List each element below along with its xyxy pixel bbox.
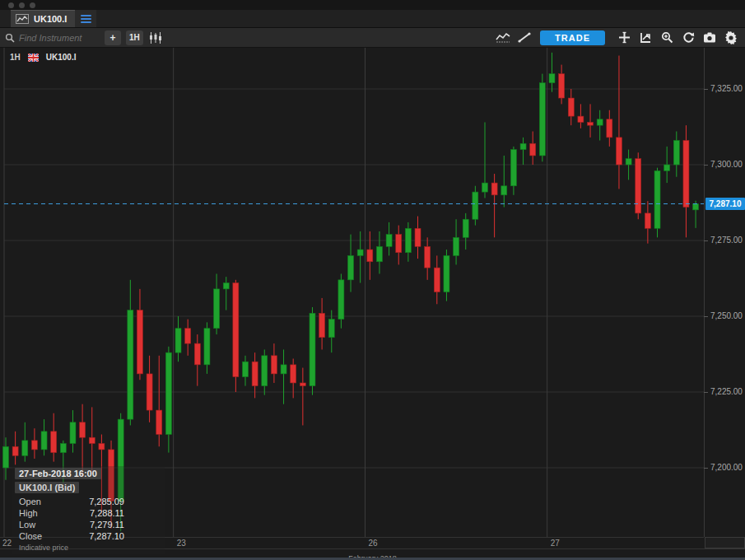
crosshair-button[interactable] — [615, 30, 633, 46]
close-window-button[interactable] — [8, 2, 14, 8]
interval-button[interactable]: 1H — [126, 30, 143, 45]
candle — [300, 368, 305, 426]
candle — [396, 226, 402, 265]
magnifier-plus-icon — [661, 31, 673, 44]
trade-button[interactable]: TRADE — [540, 30, 605, 45]
price-tick-label: 7,225.00 — [710, 387, 743, 396]
tooltip-rows: Open7,285.09High7,288.11Low7,279.11Close… — [15, 496, 161, 542]
candle — [405, 222, 411, 262]
tooltip-footnote: Indicative price — [15, 542, 161, 552]
candle — [578, 104, 584, 128]
reset-chart-button[interactable] — [679, 30, 697, 46]
candle — [539, 74, 545, 162]
candle — [194, 334, 200, 386]
trendline-tool-button[interactable] — [515, 30, 533, 46]
candle — [338, 273, 344, 328]
candle — [501, 156, 507, 208]
camera-icon — [703, 32, 716, 43]
price-tick-label: 7,300.00 — [710, 160, 743, 169]
candle — [376, 231, 382, 274]
candle — [530, 132, 536, 165]
candle — [262, 349, 268, 394]
chart-tab-uk100[interactable]: UK100.I — [11, 10, 75, 27]
settings-button[interactable] — [722, 30, 740, 46]
add-instrument-button[interactable]: + — [105, 30, 121, 45]
tooltip-row-value: 7,279.11 — [68, 520, 157, 530]
candle — [128, 280, 133, 426]
candle — [664, 147, 670, 183]
window-titlebar — [0, 0, 745, 10]
candle — [175, 316, 181, 362]
candle — [386, 222, 392, 255]
candle — [22, 422, 28, 462]
price-axis[interactable]: 7,287.10 7,325.007,300.007,275.007,250.0… — [704, 48, 745, 537]
chart-header: 1H UK100.I — [10, 53, 76, 62]
candle — [463, 213, 468, 250]
candle — [41, 419, 47, 455]
zoom-button[interactable] — [658, 30, 676, 46]
snapshot-button[interactable] — [701, 30, 719, 46]
price-tick-label: 7,250.00 — [710, 311, 743, 320]
chart-instrument-label: UK100.I — [46, 53, 77, 62]
candle — [252, 352, 258, 398]
area-chart-icon — [496, 32, 510, 43]
candle — [693, 201, 699, 228]
indicator-axis-icon — [640, 32, 652, 44]
candle — [204, 322, 210, 374]
chart-interval-label: 1H — [10, 53, 21, 62]
minimize-window-button[interactable] — [19, 2, 25, 8]
tooltip-row-label: Close — [19, 531, 68, 541]
tooltip-row: High7,288.11 — [15, 507, 161, 519]
chart-style-button[interactable] — [147, 30, 165, 46]
candle — [626, 150, 631, 180]
tooltip-timestamp: 27-Feb-2018 16:00 — [15, 468, 101, 479]
candlestick-style-icon — [149, 32, 162, 44]
hamburger-icon — [81, 15, 91, 23]
candle — [654, 168, 660, 238]
candle — [12, 432, 18, 464]
candle — [510, 147, 516, 195]
candle — [137, 289, 142, 380]
gear-icon — [724, 31, 738, 44]
candle — [520, 138, 526, 165]
candle — [588, 104, 594, 137]
candle — [367, 231, 373, 280]
candle — [31, 428, 37, 459]
candle — [214, 273, 220, 334]
tooltip-row-label: Low — [19, 520, 68, 530]
candle — [233, 280, 239, 392]
tooltip-row-value: 7,287.10 — [68, 531, 157, 541]
candle — [281, 349, 286, 404]
candle — [597, 110, 603, 141]
chart-toolbar: + 1H TRADE — [0, 28, 745, 48]
search-icon — [5, 33, 15, 43]
tooltip-row: Open7,285.09 — [15, 496, 161, 507]
candle — [636, 152, 641, 219]
chart-area: 1H UK100.I 27-Feb-2018 16:00 UK100.I (Bi… — [0, 48, 704, 537]
tooltip-row: Low7,279.11 — [15, 519, 161, 530]
session-label: 26 — [369, 539, 378, 548]
crosshair-icon — [618, 31, 631, 44]
candle — [473, 186, 478, 226]
candle — [645, 201, 650, 244]
chart-canvas[interactable] — [0, 48, 704, 537]
candle — [568, 89, 574, 125]
uk-flag-icon — [28, 54, 39, 62]
line-chart-tab-icon — [16, 14, 29, 24]
session-label: 22 — [2, 539, 12, 548]
indicator-button[interactable] — [636, 30, 654, 46]
trading-platform-window: UK100.I + 1H TRADE — [0, 0, 745, 560]
search-input[interactable] — [19, 33, 97, 43]
price-tick-label: 7,275.00 — [710, 236, 743, 245]
tab-menu-button[interactable] — [75, 10, 96, 27]
maximize-window-button[interactable] — [30, 2, 35, 8]
ohlc-tooltip: 27-Feb-2018 16:00 UK100.I (Bid) Open7,28… — [12, 466, 165, 554]
chart-type-button[interactable] — [494, 30, 512, 46]
candle — [223, 277, 229, 310]
candle — [425, 237, 431, 280]
axis-corner — [705, 537, 745, 548]
candle — [348, 235, 354, 292]
candle — [607, 110, 612, 147]
instrument-search[interactable] — [5, 33, 100, 43]
candle — [156, 356, 162, 446]
